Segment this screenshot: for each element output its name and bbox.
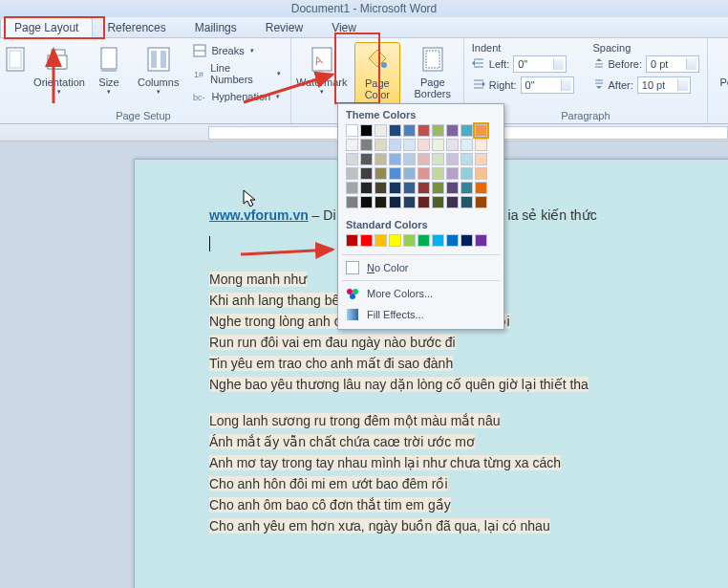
page-borders-button[interactable]: Page Borders — [410, 42, 456, 101]
tab-page-layout[interactable]: Page Layout — [0, 17, 93, 37]
color-swatch[interactable] — [403, 124, 416, 137]
vforum-link[interactable]: www.vforum.vn — [209, 207, 309, 223]
color-swatch[interactable] — [403, 153, 416, 165]
color-swatch[interactable] — [460, 196, 473, 208]
color-swatch[interactable] — [375, 234, 387, 247]
color-swatch[interactable] — [360, 139, 373, 151]
color-swatch[interactable] — [475, 196, 487, 208]
color-swatch[interactable] — [475, 234, 487, 247]
watermark-button[interactable]: A Watermark ▾ — [299, 42, 345, 98]
hyphenation-button[interactable]: bc- Hyphenation▾ — [190, 88, 282, 105]
color-swatch[interactable] — [346, 139, 358, 151]
color-swatch[interactable] — [446, 153, 459, 165]
spacing-after-field[interactable]: 10 pt — [637, 76, 691, 94]
color-swatch[interactable] — [375, 153, 387, 165]
tab-view[interactable]: View — [317, 17, 371, 37]
color-swatch[interactable] — [389, 153, 401, 165]
fill-effects-item[interactable]: Fill Effects... — [338, 304, 503, 325]
color-swatch[interactable] — [346, 153, 358, 165]
color-swatch[interactable] — [460, 124, 473, 137]
columns-label: Columns — [138, 76, 179, 88]
color-swatch[interactable] — [375, 124, 387, 137]
page-color-button[interactable]: Page Color ▾ — [354, 42, 400, 111]
color-swatch[interactable] — [475, 182, 487, 194]
color-swatch[interactable] — [432, 182, 444, 194]
color-swatch[interactable] — [346, 196, 358, 208]
color-swatch[interactable] — [403, 167, 416, 180]
color-swatch[interactable] — [475, 153, 487, 165]
color-swatch[interactable] — [346, 167, 358, 180]
color-swatch[interactable] — [403, 139, 416, 151]
color-swatch[interactable] — [418, 167, 430, 180]
color-swatch[interactable] — [375, 196, 387, 208]
color-swatch[interactable] — [418, 139, 430, 151]
margins-icon — [0, 44, 31, 75]
color-swatch[interactable] — [346, 234, 358, 247]
color-swatch[interactable] — [418, 182, 430, 194]
color-swatch[interactable] — [346, 124, 358, 137]
columns-button[interactable]: Columns ▾ — [136, 42, 181, 98]
color-swatch[interactable] — [346, 182, 358, 194]
spacing-before-value: 0 pt — [651, 58, 668, 70]
color-swatch[interactable] — [375, 139, 387, 151]
color-swatch[interactable] — [432, 124, 444, 137]
color-swatch[interactable] — [418, 196, 430, 208]
color-swatch[interactable] — [403, 196, 416, 208]
spacing-before-field[interactable]: 0 pt — [646, 55, 699, 73]
link-tail-a: – Di — [309, 207, 336, 223]
tab-review[interactable]: Review — [251, 17, 317, 37]
color-swatch[interactable] — [475, 139, 487, 151]
line-numbers-button[interactable]: 1# Line Numbers▾ — [190, 61, 282, 86]
color-swatch[interactable] — [389, 196, 401, 208]
color-swatch[interactable] — [360, 124, 373, 137]
color-swatch[interactable] — [446, 124, 459, 137]
color-swatch[interactable] — [460, 182, 473, 194]
color-swatch[interactable] — [446, 182, 459, 194]
color-swatch[interactable] — [432, 234, 444, 247]
indent-right-field[interactable]: 0" — [521, 76, 574, 94]
color-swatch[interactable] — [389, 182, 401, 194]
color-swatch[interactable] — [360, 196, 373, 208]
color-swatch[interactable] — [418, 124, 430, 137]
color-swatch[interactable] — [432, 196, 444, 208]
color-swatch[interactable] — [389, 234, 401, 247]
color-swatch[interactable] — [375, 182, 387, 194]
color-swatch[interactable] — [432, 167, 444, 180]
tab-mailings[interactable]: Mailings — [181, 17, 251, 37]
color-swatch[interactable] — [360, 167, 373, 180]
color-swatch[interactable] — [418, 153, 430, 165]
color-swatch[interactable] — [403, 182, 416, 194]
tab-references[interactable]: References — [93, 17, 180, 37]
color-swatch[interactable] — [418, 234, 430, 247]
color-swatch[interactable] — [360, 234, 373, 247]
color-swatch[interactable] — [460, 167, 473, 180]
color-swatch[interactable] — [446, 167, 459, 180]
more-colors-item[interactable]: More Colors... — [338, 283, 503, 304]
size-button[interactable]: Size ▾ — [92, 42, 126, 98]
color-swatch[interactable] — [460, 139, 473, 151]
color-swatch[interactable] — [389, 139, 401, 151]
spacing-after-label: After: — [609, 79, 633, 91]
indent-left-field[interactable]: 0" — [513, 55, 567, 73]
orientation-button[interactable]: Orientation ▾ — [36, 42, 82, 98]
position-button[interactable]: Position ▾ — [716, 42, 728, 98]
color-swatch[interactable] — [375, 167, 387, 180]
color-swatch[interactable] — [446, 139, 459, 151]
color-swatch[interactable] — [432, 139, 444, 151]
link-text: www.vforum.vn — [209, 207, 309, 223]
breaks-button[interactable]: Breaks▾ — [190, 42, 282, 59]
color-swatch[interactable] — [475, 124, 487, 137]
color-swatch[interactable] — [389, 167, 401, 180]
color-swatch[interactable] — [475, 167, 487, 180]
color-swatch[interactable] — [403, 234, 416, 247]
no-color-item[interactable]: No Color — [338, 257, 503, 278]
color-swatch[interactable] — [460, 234, 473, 247]
color-swatch[interactable] — [460, 153, 473, 165]
color-swatch[interactable] — [360, 153, 373, 165]
margins-button[interactable] — [4, 42, 27, 76]
color-swatch[interactable] — [389, 124, 401, 137]
color-swatch[interactable] — [446, 196, 459, 208]
color-swatch[interactable] — [360, 182, 373, 194]
color-swatch[interactable] — [446, 234, 459, 247]
color-swatch[interactable] — [432, 153, 444, 165]
